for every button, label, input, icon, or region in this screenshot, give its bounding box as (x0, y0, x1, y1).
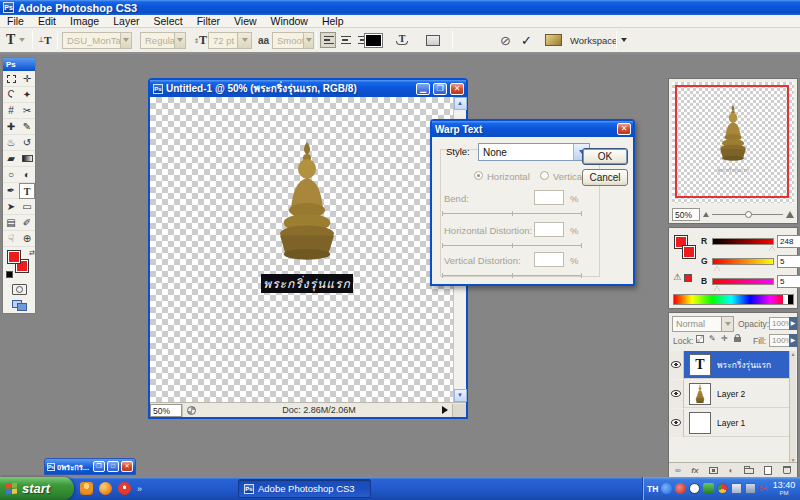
layer-thumbnail[interactable] (689, 412, 711, 434)
tray-language-bar-icon[interactable] (661, 483, 672, 494)
bend-slider[interactable] (442, 213, 582, 214)
shape-tool-icon[interactable]: ▭ (19, 199, 35, 215)
slice-tool-icon[interactable]: ✂ (19, 103, 35, 119)
font-size-select[interactable]: 72 pt (208, 32, 252, 49)
blend-mode-select[interactable]: Normal (672, 316, 734, 332)
selected-text-layer[interactable]: พระกริ่งรุ่นแรก (261, 274, 353, 293)
red-value-field[interactable]: 248 (777, 235, 800, 248)
minimize-button[interactable]: ▁ (416, 83, 430, 95)
layers-scrollbar[interactable]: ▲▼ (789, 351, 796, 463)
taskbar-item-photoshop[interactable]: Ps Adobe Photoshop CS3 (238, 479, 371, 498)
text-color-swatch[interactable] (364, 33, 383, 48)
zoom-tool-icon[interactable]: ⊕ (19, 231, 35, 247)
maximize-button[interactable]: □ (107, 461, 119, 472)
dialog-titlebar[interactable]: Warp Text ✕ (432, 121, 633, 137)
tray-bluetooth-icon[interactable] (675, 483, 686, 494)
slider-thumb[interactable] (745, 211, 752, 218)
scroll-up-icon[interactable]: ▲ (454, 97, 467, 110)
visibility-toggle[interactable] (669, 409, 684, 437)
quick-launch-overflow-chevron[interactable]: » (137, 484, 142, 494)
foreground-color-swatch[interactable] (7, 250, 21, 264)
eyedropper-tool-icon[interactable]: ✐ (19, 215, 35, 231)
tray-clock[interactable]: 13:40 PM (773, 481, 796, 497)
gamut-warning-icon[interactable]: ⚠ (673, 272, 681, 282)
menu-help[interactable]: Help (315, 15, 351, 27)
navigator-zoom-slider[interactable] (712, 214, 783, 215)
delete-layer-icon[interactable] (783, 466, 791, 474)
menu-filter[interactable]: Filter (190, 15, 227, 27)
tray-antivirus-icon[interactable] (703, 483, 714, 494)
lock-position-icon[interactable]: ✛ (721, 334, 728, 343)
type-tool-icon[interactable]: T (19, 183, 35, 199)
tray-clock-icon[interactable] (689, 483, 700, 494)
lock-transparency-icon[interactable] (696, 335, 704, 343)
layer-name[interactable]: Layer 1 (717, 418, 745, 428)
layer-name[interactable]: พระกริ่งรุ่นแรก (717, 358, 771, 372)
history-brush-tool-icon[interactable]: ↺ (19, 135, 35, 151)
visibility-toggle[interactable] (669, 351, 684, 379)
opacity-arrow-icon[interactable]: ▶ (789, 317, 797, 330)
green-value-field[interactable]: 5 (777, 255, 800, 268)
menu-view[interactable]: View (227, 15, 264, 27)
status-menu-arrow-icon[interactable] (442, 406, 448, 414)
vertical-radio[interactable] (540, 171, 549, 180)
vertical-distortion-input[interactable] (534, 252, 564, 267)
cancel-edits-button[interactable]: ⊘ (500, 28, 511, 52)
pen-tool-icon[interactable]: ✒ (3, 183, 19, 199)
bend-input[interactable] (534, 190, 564, 205)
green-slider-handle[interactable] (714, 266, 720, 271)
quick-mask-button[interactable] (3, 281, 35, 297)
default-colors-icon[interactable] (6, 271, 13, 278)
resize-grip[interactable] (452, 404, 466, 417)
red-slider-handle[interactable] (769, 246, 775, 251)
quick-launch-messenger-icon[interactable] (80, 482, 93, 495)
close-button[interactable]: ✕ (121, 461, 133, 472)
green-slider[interactable] (712, 258, 774, 265)
tool-preset-picker[interactable]: T (6, 28, 25, 52)
tray-cutter-icon[interactable]: ✂ (759, 483, 767, 494)
align-center-button[interactable] (337, 32, 353, 48)
screen-mode-button[interactable] (3, 297, 35, 313)
layer-row-1[interactable]: Layer 1 (669, 409, 790, 437)
quick-launch-browser-icon[interactable] (118, 482, 131, 495)
path-selection-tool-icon[interactable]: ➤ (3, 199, 19, 215)
add-layer-mask-icon[interactable] (709, 467, 718, 474)
move-tool-icon[interactable]: ✛ (19, 71, 35, 87)
bridge-button[interactable] (545, 28, 562, 52)
layer-row-text[interactable]: T พระกริ่งรุ่นแรก (669, 351, 790, 379)
fill-arrow-icon[interactable]: ▶ (789, 334, 797, 347)
blue-slider[interactable] (712, 278, 774, 285)
maximize-button[interactable]: ❐ (433, 83, 447, 95)
layer-row-2[interactable]: Layer 2 (669, 380, 790, 408)
ok-button[interactable]: OK (582, 148, 628, 165)
cancel-button[interactable]: Cancel (582, 169, 628, 186)
blur-tool-icon[interactable]: ○ (3, 167, 19, 183)
document-titlebar[interactable]: Ps Untitled-1 @ 50% (พระกริ่งรุ่นแรก, RG… (150, 80, 466, 97)
dialog-close-button[interactable]: ✕ (617, 123, 631, 135)
tray-chrome-icon[interactable] (717, 483, 728, 494)
vertical-distortion-slider[interactable] (442, 275, 582, 276)
notes-tool-icon[interactable]: ▤ (3, 215, 19, 231)
quick-launch-firefox-icon[interactable] (99, 482, 112, 495)
red-slider[interactable] (712, 238, 774, 245)
adjustment-layer-icon[interactable]: ◐ (728, 466, 733, 475)
gamut-color-swatch[interactable] (684, 274, 692, 282)
tray-network-icon[interactable] (745, 483, 756, 494)
color-spectrum-ramp[interactable] (673, 294, 794, 305)
lock-all-icon[interactable] (734, 337, 741, 342)
black-swatch[interactable] (788, 295, 793, 304)
gradient-tool-icon[interactable] (19, 151, 35, 167)
canvas-transparency-checker[interactable]: พระกริ่งรุ่นแรก (150, 97, 453, 402)
new-layer-icon[interactable] (764, 466, 772, 475)
navigator-zoom-field[interactable]: 50% (672, 208, 700, 221)
layer-name[interactable]: Layer 2 (717, 389, 745, 399)
align-left-button[interactable] (320, 32, 336, 48)
clone-stamp-tool-icon[interactable]: ♨ (3, 135, 19, 151)
menu-image[interactable]: Image (63, 15, 106, 27)
commit-edits-button[interactable]: ✓ (521, 28, 532, 52)
swap-colors-icon[interactable]: ⇄ (29, 249, 35, 257)
menu-select[interactable]: Select (146, 15, 189, 27)
horizontal-distortion-slider[interactable] (442, 245, 582, 246)
close-button[interactable]: ✕ (450, 83, 464, 95)
blue-slider-handle[interactable] (714, 286, 720, 291)
